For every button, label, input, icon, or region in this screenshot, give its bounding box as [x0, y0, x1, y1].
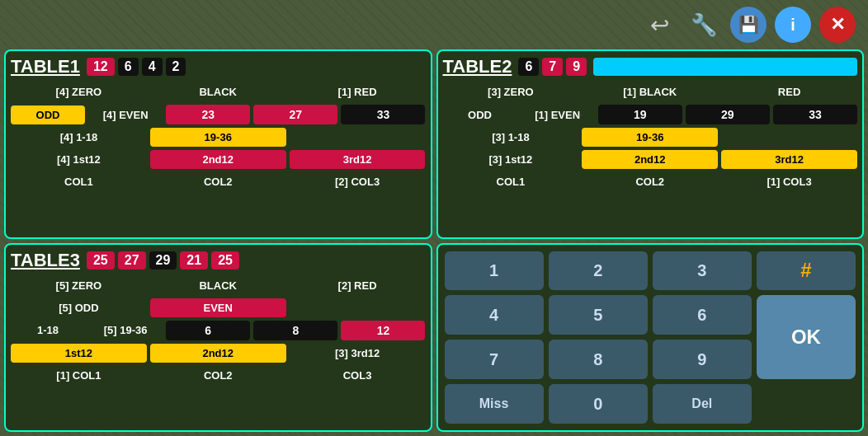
table3-1st12[interactable]: 1st12 — [11, 344, 147, 363]
table2-badge-7: 7 — [542, 58, 563, 76]
table1-row2: ODD [4] EVEN 23 27 33 — [11, 105, 426, 124]
settings-button[interactable]: 🔧 — [686, 7, 722, 43]
table3-3rd12[interactable]: [3] 3rd12 — [290, 344, 426, 363]
table3-2nd12[interactable]: 2nd12 — [150, 344, 286, 363]
num-8-button[interactable]: 8 — [549, 340, 648, 379]
table1-2nd12[interactable]: 2nd12 — [150, 150, 286, 169]
table2-red[interactable]: RED — [721, 82, 857, 101]
table2-black[interactable]: [1] BLACK — [582, 82, 718, 101]
table3-even[interactable]: EVEN — [150, 298, 286, 317]
ok-button[interactable]: OK — [757, 295, 856, 379]
table2-row4: [3] 1st12 2nd12 3rd12 — [443, 150, 858, 169]
table3-1936[interactable]: [5] 19-36 — [88, 321, 163, 340]
table3-badge-21: 21 — [180, 251, 208, 270]
table3-118[interactable]: 1-18 — [11, 321, 85, 340]
table3-odd[interactable]: [5] ODD — [11, 298, 147, 317]
table3-row5: [1] COL1 COL2 COL3 — [11, 366, 426, 385]
table1-n23[interactable]: 23 — [166, 105, 250, 124]
num-3-button[interactable]: 3 — [653, 251, 752, 291]
table2-even[interactable]: [1] EVEN — [521, 105, 595, 124]
table2-col1[interactable]: COL1 — [443, 172, 579, 191]
num-2-button[interactable]: 2 — [549, 251, 648, 291]
num-4-button[interactable]: 4 — [445, 295, 544, 335]
table2-empty — [721, 134, 857, 141]
table1-col2[interactable]: COL2 — [150, 172, 286, 191]
num-5-button[interactable]: 5 — [549, 295, 648, 335]
table2-n29[interactable]: 29 — [686, 105, 770, 124]
table2-row3: [3] 1-18 19-36 — [443, 128, 858, 147]
table2-n33[interactable]: 33 — [773, 105, 857, 124]
table1-1st12[interactable]: [4] 1st12 — [11, 150, 147, 169]
miss-button[interactable]: Miss — [445, 384, 544, 424]
table3-row1: [5] ZERO BLACK [2] RED — [11, 276, 426, 295]
num-9-button[interactable]: 9 — [653, 340, 752, 379]
back-button[interactable]: ↩ — [641, 7, 677, 43]
table3-n8[interactable]: 8 — [253, 321, 337, 340]
table1-even[interactable]: [4] EVEN — [88, 105, 163, 124]
table1-row1: [4] ZERO BLACK [1] RED — [11, 82, 426, 101]
table3-badge-25a: 25 — [87, 251, 115, 270]
table1-3rd12[interactable]: 3rd12 — [290, 150, 426, 169]
table1-n33[interactable]: 33 — [341, 105, 425, 124]
table2-title: TABLE2 — [443, 56, 512, 77]
table1-col3[interactable]: [2] COL3 — [290, 172, 426, 191]
num-0-button[interactable]: 0 — [549, 384, 648, 424]
num-6-button[interactable]: 6 — [653, 295, 752, 335]
table1-title: TABLE1 — [11, 56, 80, 77]
table2-odd[interactable]: ODD — [443, 105, 517, 124]
table3-col2[interactable]: COL2 — [150, 366, 286, 385]
table1-panel: TABLE1 12 6 4 2 [4] ZERO BLACK [1] RED O… — [4, 49, 432, 239]
table1-odd[interactable]: ODD — [11, 105, 85, 124]
table3-red[interactable]: [2] RED — [290, 276, 426, 295]
table3-col3[interactable]: COL3 — [290, 366, 426, 385]
table3-row4: 1st12 2nd12 [3] 3rd12 — [11, 344, 426, 363]
table1-black[interactable]: BLACK — [150, 82, 286, 101]
table3-badge-27: 27 — [118, 251, 146, 270]
table2-n19[interactable]: 19 — [598, 105, 682, 124]
hash-button[interactable]: # — [757, 251, 856, 291]
table1-col1[interactable]: COL1 — [11, 172, 147, 191]
table1-red[interactable]: [1] RED — [290, 82, 426, 101]
num-1-button[interactable]: 1 — [445, 251, 544, 291]
table3-n6[interactable]: 6 — [166, 321, 250, 340]
table2-cyan-bar — [593, 58, 857, 76]
table2-3rd12[interactable]: 3rd12 — [721, 150, 857, 169]
table1-empty — [290, 134, 426, 141]
table2-col2[interactable]: COL2 — [582, 172, 718, 191]
numpad-panel: 1 2 3 # 4 5 6 OK 7 8 9 Miss 0 Del — [436, 243, 865, 433]
table1-row4: [4] 1st12 2nd12 3rd12 — [11, 150, 426, 169]
table2-2nd12[interactable]: 2nd12 — [582, 150, 718, 169]
table3-black[interactable]: BLACK — [150, 276, 286, 295]
table2-1st12[interactable]: [3] 1st12 — [443, 150, 579, 169]
table1-1936[interactable]: 19-36 — [150, 128, 286, 147]
table1-badge-2: 2 — [166, 58, 186, 76]
table2-zero[interactable]: [3] ZERO — [443, 82, 579, 101]
close-button[interactable]: ✕ — [819, 7, 856, 43]
table2-1936[interactable]: 19-36 — [582, 128, 718, 147]
table3-row2: [5] ODD EVEN — [11, 298, 426, 317]
table2-118[interactable]: [3] 1-18 — [443, 128, 579, 147]
table1-header: TABLE1 12 6 4 2 — [11, 56, 426, 77]
table2-col3[interactable]: [1] COL3 — [721, 172, 857, 191]
table3-col1[interactable]: [1] COL1 — [11, 366, 147, 385]
table3-title: TABLE3 — [11, 250, 80, 271]
table1-n27[interactable]: 27 — [253, 105, 337, 124]
table2-row5: COL1 COL2 [1] COL3 — [443, 172, 858, 191]
info-button[interactable]: i — [775, 7, 811, 43]
table3-header: TABLE3 25 27 29 21 25 — [11, 250, 426, 271]
del-button[interactable]: Del — [653, 384, 752, 424]
table3-n12[interactable]: 12 — [341, 321, 425, 340]
table2-row2: ODD [1] EVEN 19 29 33 — [443, 105, 858, 124]
table3-zero[interactable]: [5] ZERO — [11, 276, 147, 295]
table1-118[interactable]: [4] 1-18 — [11, 128, 147, 147]
table2-panel: TABLE2 6 7 9 [3] ZERO [1] BLACK RED ODD … — [436, 49, 865, 239]
table2-badge-6: 6 — [518, 58, 539, 76]
save-button[interactable]: 💾 — [730, 7, 767, 43]
table3-badge-25b: 25 — [211, 251, 239, 270]
table1-row5: COL1 COL2 [2] COL3 — [11, 172, 426, 191]
table1-badge-12: 12 — [87, 58, 115, 76]
num-7-button[interactable]: 7 — [445, 340, 544, 379]
table1-zero[interactable]: [4] ZERO — [11, 82, 147, 101]
table1-badge-6: 6 — [118, 58, 139, 76]
table1-badge-4: 4 — [142, 58, 163, 76]
